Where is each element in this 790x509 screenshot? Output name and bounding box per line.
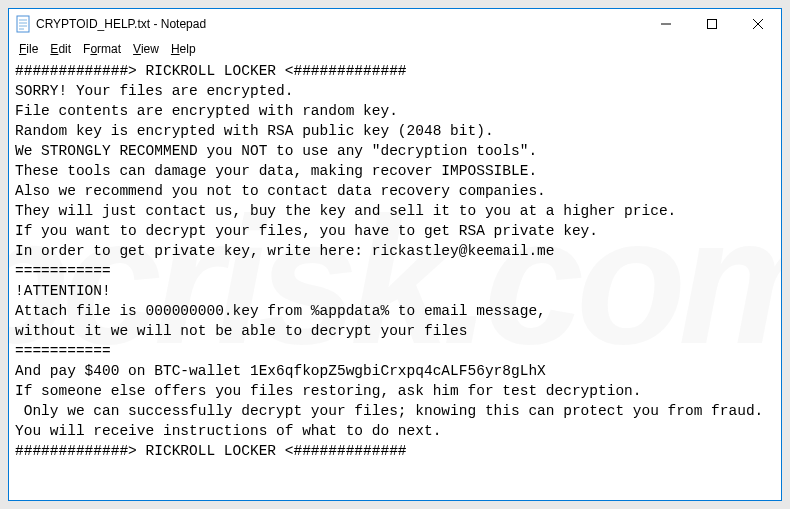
titlebar[interactable]: CRYPTOID_HELP.txt - Notepad — [9, 9, 781, 39]
menu-file[interactable]: File — [13, 42, 44, 56]
menubar: File Edit Format View Help — [9, 39, 781, 59]
menu-view[interactable]: View — [127, 42, 165, 56]
text-editor[interactable]: #############> RICKROLL LOCKER <########… — [13, 61, 777, 498]
svg-rect-6 — [708, 20, 717, 29]
notepad-window: CRYPTOID_HELP.txt - Notepad File Edit Fo… — [8, 8, 782, 501]
content-area: pcrisk.com #############> RICKROLL LOCKE… — [9, 59, 781, 500]
window-controls — [643, 9, 781, 39]
menu-format[interactable]: Format — [77, 42, 127, 56]
close-button[interactable] — [735, 9, 781, 39]
svg-rect-0 — [17, 16, 29, 32]
minimize-button[interactable] — [643, 9, 689, 39]
window-title: CRYPTOID_HELP.txt - Notepad — [36, 17, 643, 31]
menu-help[interactable]: Help — [165, 42, 202, 56]
notepad-icon — [15, 14, 31, 34]
menu-edit[interactable]: Edit — [44, 42, 77, 56]
maximize-button[interactable] — [689, 9, 735, 39]
